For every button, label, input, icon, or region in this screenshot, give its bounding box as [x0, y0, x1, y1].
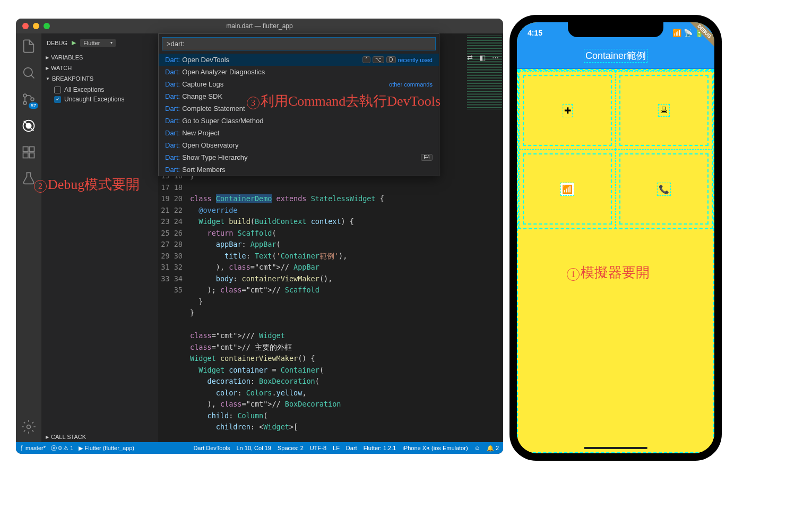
debug-label: DEBUG [47, 40, 67, 46]
debug-config-dropdown[interactable]: Flutter▾ [80, 39, 116, 47]
annotation-2: 2Debug模式要開 [34, 175, 140, 194]
split-icon[interactable]: ◧ [479, 54, 486, 62]
search-icon[interactable] [21, 65, 36, 80]
palette-item[interactable]: Dart:Open Analyzer Diagnostics [159, 66, 439, 78]
app-body: ✚ 🖶 📶 📞 [517, 69, 714, 453]
breakpoint-all-exceptions[interactable]: All Exceptions [54, 85, 158, 94]
breakpoint-uncaught-exceptions[interactable]: ✓Uncaught Exceptions [54, 94, 158, 104]
home-indicator[interactable] [584, 447, 647, 449]
annotation-1: 1模擬器要開 [567, 263, 650, 282]
palette-item[interactable]: Dart:Sort Members [159, 163, 439, 176]
palette-item[interactable]: Dart:Go to Super Class/Method [159, 115, 439, 127]
modifier-key-icon: ⌥ [373, 56, 384, 63]
debug-header: DEBUG ▶ Flutter▾ [41, 33, 158, 52]
start-debug-button[interactable]: ▶ [72, 39, 76, 46]
app-title: Container範例 [584, 49, 647, 63]
grid-cell: 📶 [519, 150, 616, 228]
phone-notch [568, 22, 663, 37]
eol[interactable]: LF [333, 445, 340, 452]
launch-status[interactable]: ▶ Flutter (flutter_app) [79, 445, 134, 452]
svg-rect-8 [23, 153, 28, 158]
more-icon[interactable]: ⋯ [492, 54, 499, 62]
cursor-position[interactable]: Ln 10, Col 19 [236, 445, 271, 452]
palette-item[interactable]: Dart:Open Observatory [159, 139, 439, 151]
devtools-status[interactable]: Dart DevTools [193, 445, 230, 452]
phone-time: 4:15 [528, 29, 542, 37]
section-callstack[interactable]: ▶CALL STACK [41, 432, 158, 442]
notifications[interactable]: 🔔 2 [487, 445, 499, 452]
svg-rect-9 [29, 153, 34, 158]
wifi2-icon: 📶 [560, 183, 574, 196]
wifi-icon: 📡 [684, 29, 693, 37]
minimap[interactable] [466, 33, 503, 442]
palette-item[interactable]: Dart:Show Type HierarchyF4 [159, 151, 439, 163]
svg-rect-7 [29, 147, 34, 152]
settings-icon[interactable] [21, 419, 36, 434]
vscode-window: main.dart — flutter_app 57 DEBUG ▶ Flutt… [16, 19, 503, 454]
svg-point-1 [23, 94, 27, 97]
compare-icon[interactable]: ⇄ [467, 54, 473, 62]
window-title: main.dart — flutter_app [16, 22, 503, 30]
explorer-icon[interactable] [21, 39, 36, 54]
git-branch[interactable]: ᚶ master* [20, 445, 46, 451]
scm-badge: 57 [29, 102, 38, 109]
svg-point-3 [31, 98, 34, 101]
activity-bar: 57 [16, 33, 41, 442]
problems[interactable]: ⓧ 0 ⚠ 1 [51, 444, 73, 452]
checkbox-unchecked-icon[interactable] [54, 87, 61, 93]
feedback-icon[interactable]: ☺ [474, 445, 480, 452]
command-palette-input[interactable]: >dart: [162, 37, 436, 50]
ios-simulator: DEBUG 4:15 📶📡🔋 Container範例 ✚ 🖶 📶 📞 [509, 15, 722, 461]
svg-point-10 [27, 425, 31, 429]
section-breakpoints[interactable]: ▼BREAKPOINTS [41, 73, 158, 84]
svg-point-0 [24, 68, 32, 76]
nav-up-icon: ˄ [362, 56, 370, 63]
debug-icon[interactable] [21, 118, 36, 133]
section-variables[interactable]: ▶VARIABLES [41, 52, 158, 63]
encoding[interactable]: UTF-8 [310, 445, 326, 452]
svg-rect-6 [23, 147, 28, 152]
titlebar: main.dart — flutter_app [16, 19, 503, 33]
device[interactable]: iPhone Xʀ (ios Emulator) [402, 445, 468, 452]
section-watch[interactable]: ▶WATCH [41, 63, 158, 73]
annotation-3: 3利用Command去執行DevTools [247, 92, 440, 110]
palette-item[interactable]: Dart:Open DevTools ˄⌥Drecently used [159, 54, 439, 66]
language[interactable]: Dart [346, 445, 357, 452]
phone-icon: 📞 [657, 183, 671, 196]
print-icon: 🖶 [658, 104, 670, 117]
debug-sidebar: DEBUG ▶ Flutter▾ ▶VARIABLES ▶WATCH ▼BREA… [41, 33, 158, 442]
signal-icon: 📶 [672, 29, 681, 37]
grid-cell: 📞 [616, 150, 712, 228]
scm-icon[interactable]: 57 [21, 92, 36, 107]
status-bar: ᚶ master* ⓧ 0 ⚠ 1 ▶ Flutter (flutter_app… [16, 442, 503, 454]
indentation[interactable]: Spaces: 2 [278, 445, 304, 452]
add-icon: ✚ [563, 104, 573, 117]
svg-point-2 [23, 101, 27, 105]
extensions-icon[interactable] [21, 145, 36, 160]
palette-item[interactable]: Dart:Capture Logsother commands [159, 78, 439, 90]
app-bar: Container範例 [517, 44, 714, 69]
grid-cell: ✚ [519, 71, 616, 150]
palette-item[interactable]: Dart:New Project [159, 127, 439, 139]
checkbox-checked-icon[interactable]: ✓ [54, 96, 61, 103]
svg-point-5 [26, 123, 31, 128]
keyhint-d: D [386, 56, 395, 63]
flutter-version[interactable]: Flutter: 1.2.1 [364, 445, 396, 452]
grid-cell: 🖶 [616, 71, 712, 150]
